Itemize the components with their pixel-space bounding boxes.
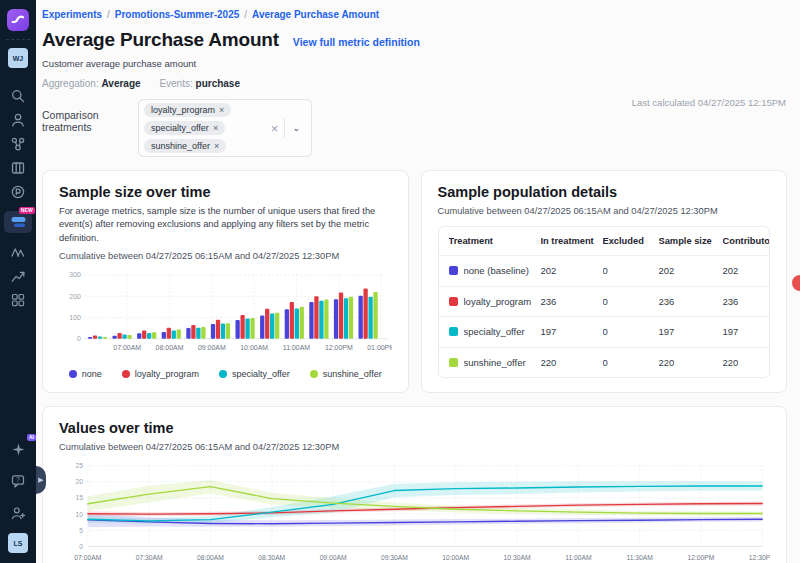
svg-text:300: 300 <box>69 272 81 279</box>
treatment-chip[interactable]: specialty_offer× <box>144 121 225 135</box>
svg-text:0: 0 <box>77 336 81 343</box>
legend-dot <box>219 370 227 378</box>
svg-text:07:00AM: 07:00AM <box>113 344 141 351</box>
segments-icon[interactable] <box>4 156 32 180</box>
population-cumulative: Cumulative between 04/27/2025 06:15AM an… <box>438 206 771 216</box>
new-badge: NEW <box>19 207 35 214</box>
help-icon[interactable]: ? <box>4 469 32 493</box>
contributors-value: 220 <box>723 357 770 368</box>
treatment-chip[interactable]: sunshine_offer× <box>144 139 226 153</box>
sample-size-value: 220 <box>659 357 723 368</box>
in-treatment-value: 236 <box>541 296 603 307</box>
chip-remove-icon[interactable]: × <box>219 105 224 115</box>
table-row: none (baseline)2020202202 <box>439 255 770 286</box>
user-avatar[interactable]: LS <box>8 533 28 553</box>
svg-text:09:00AM: 09:00AM <box>198 344 226 351</box>
table-row: sunshine_offer2200220220 <box>439 347 770 378</box>
in-treatment-value: 197 <box>541 326 603 337</box>
table-row: loyalty_program2360236236 <box>439 286 770 317</box>
breadcrumb: Experiments/Promotions-Summer-2025/Avera… <box>42 0 787 20</box>
svg-text:20: 20 <box>76 478 84 485</box>
dashboards-icon[interactable] <box>4 288 32 312</box>
bar-chart-legend: noneloyalty_programspecialty_offersunshi… <box>59 369 392 379</box>
svg-text:5: 5 <box>79 527 83 534</box>
svg-text:08:00AM: 08:00AM <box>197 554 224 561</box>
svg-text:09:00AM: 09:00AM <box>320 554 347 561</box>
treatment-name: none (baseline) <box>464 265 530 276</box>
workspace-avatar[interactable]: WJ <box>8 48 28 68</box>
column-header: Sample size <box>659 236 723 246</box>
svg-text:0: 0 <box>79 543 83 550</box>
treatment-name: sunshine_offer <box>464 357 526 368</box>
autotune-icon[interactable] <box>4 240 32 264</box>
legend-item[interactable]: sunshine_offer <box>310 369 382 379</box>
search-icon[interactable] <box>4 84 32 108</box>
svg-text:10:30AM: 10:30AM <box>504 554 531 561</box>
main-content: Experiments/Promotions-Summer-2025/Avera… <box>36 0 800 563</box>
column-header: Excluded <box>603 236 659 246</box>
feature-gates-icon[interactable] <box>4 132 32 156</box>
svg-text:?: ? <box>16 476 20 483</box>
svg-text:11:00AM: 11:00AM <box>565 554 592 561</box>
sample-size-value: 197 <box>659 326 723 337</box>
svg-text:10:00AM: 10:00AM <box>442 554 469 561</box>
treatment-name: specialty_offer <box>464 326 525 337</box>
treatment-color-swatch <box>449 327 458 336</box>
invite-user-icon[interactable] <box>4 501 32 525</box>
svg-text:08:00AM: 08:00AM <box>156 344 184 351</box>
svg-text:12:00PM: 12:00PM <box>325 344 353 351</box>
users-icon[interactable] <box>4 108 32 132</box>
view-metric-definition-link[interactable]: View full metric definition <box>293 36 420 48</box>
pulse-icon[interactable] <box>4 180 32 204</box>
legend-dot <box>122 370 130 378</box>
events-value: purchase <box>196 78 240 89</box>
events-label: Events: <box>159 78 192 89</box>
metrics-icon[interactable] <box>4 264 32 288</box>
column-header: In treatment <box>541 236 603 246</box>
excluded-value: 0 <box>603 265 659 276</box>
values-cumulative: Cumulative between 04/27/2025 06:15AM an… <box>59 442 770 452</box>
sample-size-bar-chart: 010020030007:00AM08:00AM09:00AM10:00AM11… <box>59 269 392 365</box>
svg-text:09:30AM: 09:30AM <box>381 554 408 561</box>
sample-size-title: Sample size over time <box>59 184 392 200</box>
experiments-icon-selected[interactable]: NEW <box>4 210 32 234</box>
legend-dot <box>69 370 77 378</box>
ai-assistant-icon[interactable]: AI <box>4 437 32 461</box>
treatment-color-swatch <box>449 297 458 306</box>
svg-text:10: 10 <box>76 510 84 517</box>
legend-item[interactable]: loyalty_program <box>122 369 199 379</box>
aggregation-value: Average <box>102 78 141 89</box>
excluded-value: 0 <box>603 296 659 307</box>
svg-text:07:30AM: 07:30AM <box>136 554 163 561</box>
breadcrumb-experiment-name[interactable]: Promotions-Summer-2025 <box>115 9 239 20</box>
svg-text:100: 100 <box>69 314 81 321</box>
values-line-chart: 051015202507:00AM07:30AM08:00AM08:30AM09… <box>59 458 770 563</box>
table-header-row: TreatmentIn treatmentExcludedSample size… <box>439 227 770 255</box>
values-over-time-card: Values over time Cumulative between 04/2… <box>42 406 787 563</box>
legend-item[interactable]: specialty_offer <box>219 369 290 379</box>
chip-remove-icon[interactable]: × <box>213 123 218 133</box>
clear-all-icon[interactable]: × <box>265 121 285 136</box>
breadcrumb-experiments[interactable]: Experiments <box>42 9 102 20</box>
contributors-value: 202 <box>723 265 770 276</box>
legend-item[interactable]: none <box>69 369 102 379</box>
last-calculated: Last calculated 04/27/2025 12:15PM <box>632 97 786 108</box>
sample-size-value: 202 <box>659 265 723 276</box>
treatment-color-swatch <box>449 266 458 275</box>
breadcrumb-metric-name[interactable]: Average Purchase Amount <box>252 9 379 20</box>
svg-text:08:30AM: 08:30AM <box>258 554 285 561</box>
aggregation-row: Aggregation: Average Events: purchase <box>42 78 787 89</box>
sample-size-card: Sample size over time For average metric… <box>42 170 409 393</box>
chip-remove-icon[interactable]: × <box>214 141 219 151</box>
ai-badge: AI <box>27 434 36 441</box>
legend-dot <box>310 370 318 378</box>
svg-text:10:00AM: 10:00AM <box>240 344 268 351</box>
svg-text:12:30PM: 12:30PM <box>749 554 770 561</box>
chevron-down-icon[interactable]: ⌄ <box>285 123 307 133</box>
svg-text:25: 25 <box>76 462 84 469</box>
values-title: Values over time <box>59 420 770 436</box>
treatment-multiselect[interactable]: loyalty_program×specialty_offer×sunshine… <box>138 99 312 157</box>
sample-size-cumulative: Cumulative between 04/27/2025 06:15AM an… <box>59 251 392 261</box>
treatment-chip[interactable]: loyalty_program× <box>144 103 231 117</box>
statsig-logo-icon[interactable] <box>7 9 29 31</box>
